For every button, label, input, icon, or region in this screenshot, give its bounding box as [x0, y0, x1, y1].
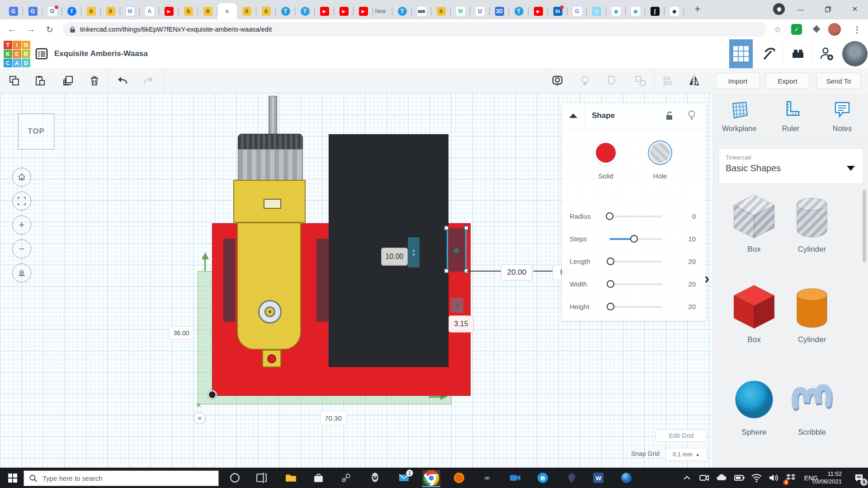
media-controls-button[interactable] — [769, 0, 789, 18]
extensions-puzzle-icon[interactable] — [808, 19, 825, 39]
redo-icon[interactable] — [142, 75, 155, 87]
slider-knob[interactable] — [630, 235, 638, 243]
solid-option[interactable] — [596, 143, 616, 163]
snap-grid-select[interactable]: 0.1 mm▲ — [665, 448, 707, 461]
tray-wifi-icon[interactable] — [750, 472, 763, 484]
perspective-button[interactable] — [12, 263, 31, 282]
taskbar-app-task-view[interactable] — [255, 472, 268, 484]
taskbar-app-firefox[interactable] — [453, 472, 465, 484]
shape-red-box[interactable]: Box — [727, 282, 781, 344]
motor-gearbox-body[interactable] — [237, 222, 301, 350]
height-drag-handle[interactable]: ▲▼ — [408, 237, 420, 267]
corner-handle-sw[interactable] — [444, 268, 449, 273]
tray-dropbox-icon[interactable]: 4 — [785, 472, 797, 484]
browser-tab-youtube[interactable]: ▶ — [159, 3, 179, 19]
browser-tab-robot[interactable]: ö — [198, 3, 217, 19]
undo-icon[interactable] — [116, 75, 129, 87]
browser-tab-translate[interactable]: G — [23, 3, 42, 19]
hole-slot-left[interactable] — [223, 239, 235, 322]
browser-tab-linkedin[interactable]: in — [548, 3, 567, 19]
window-restore-button[interactable] — [817, 0, 838, 18]
taskbar-app-mail[interactable]: 1 — [398, 472, 410, 484]
browser-tab-threedee[interactable]: 3D — [490, 3, 509, 19]
brick-export-button[interactable] — [785, 39, 811, 68]
browser-tab-tinkercad[interactable]: T — [392, 3, 412, 19]
tray-camera-icon[interactable] — [698, 472, 710, 484]
ungroup-icon[interactable] — [634, 75, 647, 87]
taskbar-app-store[interactable] — [312, 472, 325, 484]
browser-tab-robot[interactable]: ö — [101, 3, 120, 19]
lightbulb-icon[interactable] — [686, 109, 698, 121]
light-icon[interactable] — [579, 75, 591, 87]
slider-track[interactable] — [609, 283, 662, 285]
edit-grid-button[interactable]: Edit Grid — [656, 429, 707, 442]
slider-knob[interactable] — [607, 280, 614, 288]
ruler-close-icon[interactable]: ✕ — [196, 401, 202, 409]
align-icon[interactable] — [662, 75, 675, 87]
browser-tab-translate[interactable]: G — [4, 3, 23, 19]
slider-track[interactable] — [609, 306, 662, 308]
tool-workplane[interactable]: Workplane — [719, 99, 760, 133]
motor-cap[interactable] — [238, 134, 303, 150]
browser-tab-robot[interactable]: ö — [81, 3, 101, 19]
taskbar-app-file-explorer[interactable] — [285, 472, 297, 484]
taskbar-app-cortana[interactable] — [229, 472, 241, 484]
import-button[interactable]: Import — [716, 73, 760, 89]
taskbar-app-loop[interactable]: ∞ — [481, 472, 493, 484]
taskbar-app-steam[interactable] — [340, 472, 352, 484]
dimension-input-hole-length[interactable]: 20.00 — [501, 264, 533, 281]
slider-track[interactable] — [609, 261, 662, 263]
taskbar-app-edge[interactable]: e — [537, 472, 549, 484]
rotate-handle-icon[interactable] — [424, 239, 445, 259]
window-close-button[interactable]: ✕ — [844, 0, 865, 18]
start-button[interactable] — [6, 472, 19, 484]
browser-tab-outlook[interactable]: O — [42, 3, 62, 19]
taskbar-app-video-call[interactable] — [509, 472, 521, 484]
design-menu-button[interactable] — [32, 39, 51, 68]
browser-tab-robot[interactable]: ö — [256, 3, 276, 19]
slider-track[interactable] — [609, 216, 662, 217]
browser-tab-youtube[interactable]: ▶ — [354, 3, 373, 19]
user-avatar[interactable] — [842, 39, 868, 68]
shape-scribble[interactable]: Scribble — [785, 375, 839, 437]
browser-tab-jsfiddle[interactable]: ∫ — [645, 3, 665, 19]
corner-handle-ne[interactable] — [464, 225, 469, 230]
ruler-origin-handle[interactable] — [208, 390, 217, 399]
lock-open-icon[interactable] — [664, 110, 675, 121]
browser-tab-youtube[interactable]: ▶ — [334, 3, 354, 19]
group-icon[interactable] — [607, 75, 619, 87]
minecraft-export-button[interactable] — [756, 39, 782, 68]
shape-hole-cylinder[interactable]: Cylinder — [785, 192, 839, 254]
corner-handle-nw[interactable] — [444, 225, 449, 230]
browser-tab-youtube[interactable]: ▶ — [315, 3, 334, 19]
delete-icon[interactable] — [88, 75, 101, 87]
panel-collapse-chevron[interactable]: › — [704, 269, 709, 287]
hole-slot-right[interactable] — [316, 239, 328, 322]
reload-icon[interactable]: ↻ — [42, 19, 58, 39]
dimension-input-thickness[interactable]: 3.15 — [448, 315, 474, 333]
browser-tab-cura[interactable]: ◆ — [606, 3, 626, 19]
slider-knob[interactable] — [607, 303, 614, 310]
back-icon[interactable]: ← — [4, 19, 20, 39]
slider-knob[interactable] — [606, 212, 613, 220]
tray-volume-icon[interactable] — [768, 472, 780, 484]
export-button[interactable]: Export — [765, 73, 810, 89]
browser-tab-inkscape[interactable]: ◆ — [665, 3, 684, 19]
browser-tab-robot[interactable]: ö — [237, 3, 256, 19]
browser-tab-tinkercad[interactable]: T — [276, 3, 295, 19]
zoom-in-button[interactable]: + — [12, 216, 31, 235]
taskbar-app-alienware[interactable] — [369, 472, 381, 484]
small-hole-shape[interactable]: ◆ — [451, 298, 463, 313]
browser-tab-udemy[interactable]: U — [470, 3, 490, 19]
taskbar-search[interactable]: Type here to search — [24, 470, 219, 486]
browser-tab-newtab[interactable]: New — [373, 3, 392, 19]
shape-library-select[interactable]: Tinkercad Basic Shapes — [719, 148, 863, 184]
view-cube[interactable]: TOP — [18, 113, 54, 150]
browser-tab-autodesk[interactable]: A — [140, 3, 159, 19]
tray-chevron-up-icon[interactable] — [681, 472, 693, 484]
panel-scrollbar[interactable] — [863, 190, 866, 262]
address-bar[interactable]: tinkercad.com/things/6kEpW7fENxY-exquisi… — [62, 22, 767, 37]
browser-tab-makecode[interactable]: M — [120, 3, 140, 19]
tinkercad-logo[interactable]: TINKERCAD — [4, 41, 32, 68]
bookmark-star-icon[interactable]: ☆ — [769, 19, 786, 39]
